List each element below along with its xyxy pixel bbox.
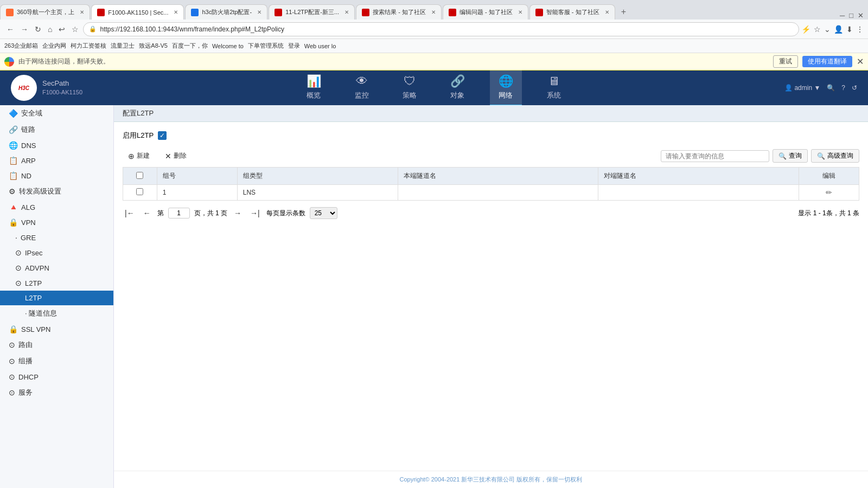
extensions-icon[interactable]: ⚡ [801, 25, 810, 34]
product-line: SecPath [42, 79, 82, 88]
sidebar-item-alg[interactable]: 🔺 ALG [0, 200, 113, 215]
page-label: 第 [157, 209, 164, 218]
tab-close-3[interactable]: ✕ [257, 9, 261, 15]
bookmark-9[interactable]: 登录 [288, 42, 300, 50]
sidebar-item-l2tp-group[interactable]: ⊙ L2TP [0, 275, 113, 291]
bookmark-5[interactable]: 致远A8-V5 [139, 42, 168, 50]
sidebar-item-arp[interactable]: 📋 ARP [0, 153, 113, 168]
bookmark-8[interactable]: 下单管理系统 [248, 42, 284, 50]
star-icon[interactable]: ☆ [814, 25, 821, 34]
home-button[interactable]: ⌂ [46, 24, 54, 35]
nav-overview[interactable]: 📊 概览 [298, 70, 330, 106]
undo-button[interactable]: ↩ [56, 24, 67, 35]
retry-translation-button[interactable]: 重试 [773, 55, 798, 68]
advanced-search-label: 高级查询 [827, 151, 853, 160]
l2tp-label: L2TP [25, 294, 42, 302]
user-menu[interactable]: 👤 admin ▼ [784, 84, 820, 92]
profile-icon[interactable]: 👤 [834, 25, 843, 34]
nav-object[interactable]: 🔗 对象 [442, 70, 474, 106]
tab-favicon-5 [362, 9, 369, 16]
sidebar-item-advpn[interactable]: ⊙ ADVPN [0, 260, 113, 275]
select-all-checkbox[interactable] [136, 172, 143, 179]
tab-close-5[interactable]: ✕ [431, 9, 436, 15]
new-tab-button[interactable]: + [616, 4, 631, 20]
nav-monitor[interactable]: 👁 监控 [346, 70, 378, 106]
help-icon[interactable]: ? [841, 84, 845, 92]
chevron-icon[interactable]: ⌄ [824, 25, 831, 34]
last-page-button[interactable]: →| [248, 208, 262, 219]
prev-page-button[interactable]: ← [141, 208, 153, 219]
bookmark-1[interactable]: 263企业邮箱 [4, 42, 38, 50]
nd-icon: 📋 [9, 171, 18, 180]
sidebar-item-link[interactable]: 🔗 链路 [0, 121, 113, 138]
back-button[interactable]: ← [4, 24, 16, 35]
tab-3[interactable]: h3c防火墙2tp配置- ✕ [185, 4, 267, 20]
address-bar[interactable]: 🔒 https://192.168.100.1:9443/wnm/frame/i… [83, 22, 799, 36]
sidebar-item-forward-advanced[interactable]: ⚙ 转发高级设置 [0, 183, 113, 200]
sidebar-item-ipsec[interactable]: ⊙ IPsec [0, 245, 113, 260]
close-button[interactable]: ✕ [858, 11, 864, 20]
menu-icon[interactable]: ⋮ [856, 25, 864, 34]
row-checkbox[interactable] [136, 188, 143, 195]
search-button[interactable]: 🔍 查询 [773, 149, 808, 163]
search-header-icon[interactable]: 🔍 [827, 84, 835, 92]
tab-6[interactable]: 编辑问题 - 知了社区 ✕ [443, 4, 528, 20]
tab-close-2[interactable]: ✕ [174, 9, 178, 15]
tab-close-7[interactable]: ✕ [605, 9, 609, 15]
nav-policy[interactable]: 🛡 策略 [394, 70, 425, 106]
maximize-button[interactable]: □ [849, 11, 853, 20]
sidebar-item-tunnel-info[interactable]: · 隧道信息 [0, 305, 113, 322]
sidebar-item-security-zone[interactable]: 🔷 安全域 [0, 105, 113, 121]
sidebar-item-multicast[interactable]: ⊙ 组播 [0, 353, 113, 369]
sidebar-item-routing[interactable]: ⊙ 路由 [0, 337, 113, 353]
edit-row-icon[interactable]: ✏ [826, 188, 832, 197]
advanced-search-button[interactable]: 🔍 高级查询 [811, 149, 859, 163]
bookmark-10[interactable]: Web user lo [304, 43, 336, 49]
bookmark-7[interactable]: Welcome to [212, 43, 244, 49]
sidebar-item-vpn[interactable]: 🔒 VPN [0, 215, 113, 230]
use-translation-button[interactable]: 使用有道翻译 [802, 56, 852, 67]
sidebar-item-nd[interactable]: 📋 ND [0, 168, 113, 183]
first-page-button[interactable]: |← [123, 208, 137, 219]
nav-system[interactable]: 🖥 系统 [538, 70, 570, 106]
sidebar-item-l2tp[interactable]: L2TP [0, 291, 113, 305]
tab-7[interactable]: 智能客服 - 知了社区 ✕ [529, 4, 615, 20]
new-button[interactable]: ⊕ 新建 [123, 149, 155, 163]
bookmark-button[interactable]: ☆ [69, 24, 81, 35]
tab-1[interactable]: 360导航一个主页，上 ✕ [0, 4, 90, 20]
download-icon[interactable]: ⬇ [846, 25, 853, 34]
tab-2[interactable]: F1000-AK1150 | Sec... ✕ [91, 4, 184, 20]
l2tp-group-icon: ⊙ [15, 279, 22, 287]
bookmark-4[interactable]: 流量卫士 [111, 42, 135, 50]
tab-favicon-3 [191, 9, 199, 16]
tab-close-1[interactable]: ✕ [80, 9, 84, 15]
next-page-button[interactable]: → [232, 208, 244, 219]
sidebar-item-ssl-vpn[interactable]: 🔒 SSL VPN [0, 322, 113, 337]
forward-button[interactable]: → [18, 24, 30, 35]
tab-close-4[interactable]: ✕ [344, 9, 349, 15]
nav-actions: ⚡ ☆ ⌄ 👤 ⬇ ⋮ [801, 25, 864, 34]
h3c-product-info: SecPath F1000-AK1150 [42, 79, 82, 96]
close-translation-bar-button[interactable]: ✕ [857, 56, 864, 67]
bookmark-6[interactable]: 百度一下，你 [172, 42, 208, 50]
bookmark-3[interactable]: 柯力工资签核 [71, 42, 106, 50]
tab-5[interactable]: 搜索结果 - 知了社区 ✕ [356, 4, 442, 20]
delete-button[interactable]: ✕ 删除 [159, 149, 192, 163]
tab-4[interactable]: 11-L2TP配置-新三... ✕ [269, 4, 355, 20]
search-input[interactable] [661, 150, 769, 162]
tab-close-6[interactable]: ✕ [518, 9, 522, 15]
bookmark-2[interactable]: 企业内网 [42, 42, 66, 50]
minimize-button[interactable]: ─ [840, 11, 845, 20]
sidebar-item-gre[interactable]: · GRE [0, 230, 113, 245]
h3c-logo-circle: H3C [11, 75, 37, 101]
enable-l2tp-checkbox[interactable]: ✓ [158, 131, 167, 140]
sidebar-item-service[interactable]: ⊙ 服务 [0, 384, 113, 401]
page-number-input[interactable] [168, 208, 190, 219]
refresh-header-icon[interactable]: ↺ [852, 84, 857, 92]
per-page-select[interactable]: 25 50 100 [310, 207, 337, 219]
reload-button[interactable]: ↻ [33, 24, 43, 35]
alg-icon: 🔺 [9, 203, 18, 211]
nav-network[interactable]: 🌐 网络 [490, 70, 522, 106]
sidebar-item-dhcp[interactable]: ⊙ DHCP [0, 369, 113, 384]
sidebar-item-dns[interactable]: 🌐 DNS [0, 138, 113, 153]
